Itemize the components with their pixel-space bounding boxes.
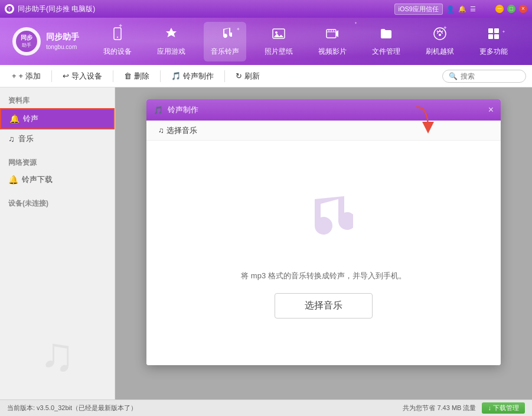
maximize-button[interactable]: □ <box>507 5 515 13</box>
nav-bar: ✦ ✦ ✦ ✦ ✦ 同步 助手 同步助手 tongbu.com 我的设备 <box>0 18 532 65</box>
sidebar-music-label: 音乐 <box>18 134 34 144</box>
nav-item-jailbreak[interactable]: 刷机越狱 <box>419 22 461 61</box>
toolbar: + + 添加 ↩ 导入设备 🗑 删除 🎵 铃声制作 ↻ 刷新 🔍 <box>0 65 532 87</box>
select-music-icon: ♫ <box>158 126 164 135</box>
nav-item-video[interactable]: 视频影片 <box>311 22 354 61</box>
sidebar-download-label: 铃声下载 <box>22 174 53 185</box>
sidebar-ringtone-label: 铃声 <box>23 113 38 124</box>
brand-text: 同步助手 tongbu.com <box>46 31 79 51</box>
video-icon <box>325 27 340 44</box>
more-icon <box>487 27 501 44</box>
sidebar-item-ringtone[interactable]: 🔔 铃声 <box>0 108 115 129</box>
close-button[interactable]: × <box>519 5 527 13</box>
brand-logo: 同步 助手 <box>12 27 41 56</box>
apps-icon <box>164 27 178 44</box>
download-manage-button[interactable]: ↓ 下载管理 <box>482 402 525 414</box>
nav-item-ringtone[interactable]: 音乐铃声 <box>204 22 246 61</box>
ringtone-icon <box>218 27 232 44</box>
avatar-icon: 👤 <box>446 5 455 13</box>
nav-item-apps[interactable]: 应用游戏 <box>150 22 192 61</box>
make-label: 铃声制作 <box>183 71 214 82</box>
import-button[interactable]: ↩ 导入设备 <box>57 69 108 84</box>
app-logo-small: T <box>5 4 14 14</box>
separator <box>160 70 161 82</box>
menu-icon: ☰ <box>470 5 476 13</box>
svg-rect-20 <box>494 34 499 39</box>
svg-rect-17 <box>488 28 493 33</box>
nav-label-jailbreak: 刷机越狱 <box>426 47 454 57</box>
modal-title: 铃声制作 <box>168 105 198 115</box>
modal-overlay: 🎵 铃声制作 × ♫ 选择音乐 将 mp3 格式 <box>115 87 532 399</box>
add-icon: + <box>12 72 17 80</box>
delete-label: 删除 <box>134 71 149 82</box>
modal-large-music-icon <box>294 187 353 259</box>
separator <box>224 70 225 82</box>
search-bar: 🔍 <box>442 70 526 83</box>
svg-text:同步: 同步 <box>21 34 33 41</box>
delete-icon: 🗑 <box>124 72 132 80</box>
modal-description: 将 mp3 格式的音乐转换成铃声，并导入到手机。 <box>241 271 406 281</box>
title-bar-left: T 同步助手(同步推 电脑版) <box>5 4 394 14</box>
sidebar-item-ringtone-download[interactable]: 🔔 铃声下载 <box>0 170 115 189</box>
add-button[interactable]: + + 添加 <box>6 69 47 84</box>
refresh-label: 刷新 <box>244 71 260 82</box>
nav-label-ringtone: 音乐铃声 <box>211 47 239 57</box>
nav-label-apps: 应用游戏 <box>157 47 185 57</box>
svg-point-9 <box>275 31 278 34</box>
make-ringtone-button[interactable]: 🎵 铃声制作 <box>165 69 220 84</box>
version-info: 当前版本: v3.5.0_32bit（已经是最新版本了） <box>7 404 137 412</box>
svg-rect-18 <box>494 28 499 33</box>
nav-items: 我的设备 应用游戏 音乐铃声 <box>91 22 520 61</box>
minimize-button[interactable]: ─ <box>495 5 504 13</box>
sidebar-item-music[interactable]: ♫ 音乐 <box>0 129 115 148</box>
modal-toolbar: ♫ 选择音乐 <box>146 121 501 141</box>
svg-rect-19 <box>488 34 493 39</box>
separator <box>51 70 52 82</box>
files-icon <box>379 27 393 44</box>
nav-item-files[interactable]: 文件管理 <box>365 22 407 61</box>
modal-select-music-button[interactable]: 选择音乐 <box>275 293 373 318</box>
music-small-icon: ♫ <box>8 134 15 144</box>
nav-item-wallpaper[interactable]: 照片壁纸 <box>257 22 300 61</box>
sidebar-section-network: 网络资源 <box>0 155 115 170</box>
title-controls: iOS9应用信任 👤 🔔 ☰ ─ □ × <box>394 4 527 15</box>
music-icon: 🎵 <box>171 72 181 80</box>
nav-label-more: 更多功能 <box>479 47 508 57</box>
nav-label-wallpaper: 照片壁纸 <box>265 47 293 57</box>
svg-point-16 <box>439 34 441 36</box>
svg-text:助手: 助手 <box>22 43 31 48</box>
device-icon <box>110 27 125 44</box>
title-bar: T 同步助手(同步推 电脑版) iOS9应用信任 👤 🔔 ☰ ─ □ × <box>0 0 532 18</box>
ringtone-small-icon: 🔔 <box>9 114 19 124</box>
delete-button[interactable]: 🗑 删除 <box>118 69 155 84</box>
modal-header: 🎵 铃声制作 × <box>146 99 501 121</box>
add-label: + 添加 <box>19 71 41 82</box>
brand: 同步 助手 同步助手 tongbu.com <box>12 27 79 56</box>
nav-item-device[interactable]: 我的设备 <box>96 22 139 61</box>
import-label: 导入设备 <box>71 71 102 82</box>
traffic-info: 共为您节省 7.43 MB 流量 <box>403 404 476 412</box>
title-text: 同步助手(同步推 电脑版) <box>18 4 95 14</box>
jailbreak-icon <box>433 27 447 44</box>
status-bar-right: 共为您节省 7.43 MB 流量 ↓ 下载管理 <box>403 402 525 414</box>
select-music-tab[interactable]: ♫ 选择音乐 <box>152 123 203 138</box>
ringtone-make-modal: 🎵 铃声制作 × ♫ 选择音乐 将 mp3 格式 <box>146 99 501 365</box>
nav-item-more[interactable]: 更多功能 <box>472 22 515 61</box>
sidebar-music-decoration: ♫ <box>40 327 75 382</box>
separator <box>113 70 113 82</box>
sidebar-section-device: 设备(未连接) <box>0 196 115 211</box>
svg-text:T: T <box>8 7 11 11</box>
modal-body: 将 mp3 格式的音乐转换成铃声，并导入到手机。 选择音乐 <box>146 141 501 365</box>
status-bar: 当前版本: v3.5.0_32bit（已经是最新版本了） 共为您节省 7.43 … <box>0 399 532 416</box>
sidebar-section-library: 资料库 <box>0 93 115 108</box>
search-input[interactable] <box>461 72 520 80</box>
modal-close-button[interactable]: × <box>488 105 494 115</box>
nav-label-video: 视频影片 <box>318 47 347 57</box>
nav-label-files: 文件管理 <box>372 47 400 57</box>
ios9-badge: iOS9应用信任 <box>394 4 443 15</box>
import-icon: ↩ <box>63 72 69 80</box>
notification-icon: 🔔 <box>458 5 466 13</box>
refresh-icon: ↻ <box>236 72 242 80</box>
refresh-button[interactable]: ↻ 刷新 <box>230 69 266 84</box>
main-layout: 资料库 🔔 铃声 ♫ 音乐 网络资源 🔔 铃声下载 设备(未连接) ♫ <box>0 87 532 399</box>
